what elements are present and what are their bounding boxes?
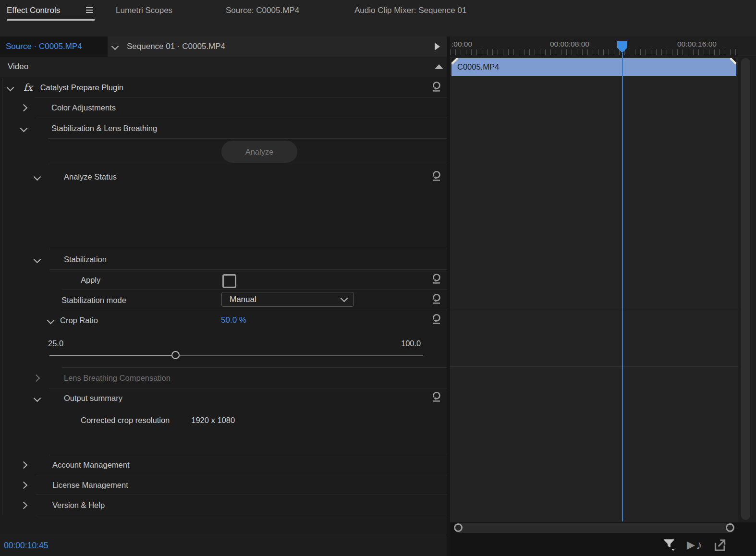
filter-properties-icon[interactable] (663, 538, 676, 552)
video-section-label: Video (8, 62, 28, 72)
row-separator (48, 165, 447, 165)
zoom-scrollbar-right-handle[interactable] (726, 523, 734, 532)
export-icon[interactable] (713, 538, 728, 552)
chevron-right-icon[interactable] (20, 104, 28, 111)
tab-source[interactable]: Source: C0005.MP4 (226, 4, 299, 17)
stabilization-mode-value: Manual (230, 295, 256, 304)
timeline-ruler[interactable]: :00:00 00:00:08:00 00:00:16:00 (450, 36, 756, 57)
slider-max-label: 100.0 (401, 339, 421, 348)
source-clip-selector[interactable]: Source · C0005.MP4 (0, 36, 108, 57)
param-group-version-help[interactable]: Version & Help (0, 496, 447, 515)
clip-end-notch-icon (730, 58, 736, 64)
reset-effect-icon[interactable] (430, 80, 443, 92)
param-group-account-management[interactable]: Account Management (0, 455, 447, 474)
chevron-right-icon[interactable] (33, 374, 40, 382)
slider-track-filled[interactable] (49, 355, 174, 356)
header-play-arrow-icon[interactable] (435, 43, 440, 50)
timeline-area (450, 57, 756, 522)
tab-lumetri-scopes[interactable]: Lumetri Scopes (116, 4, 172, 17)
param-group-label: Lens Breathing Compensation (64, 374, 171, 383)
param-group-license-management[interactable]: License Management (0, 475, 447, 495)
apply-checkbox[interactable] (222, 274, 236, 288)
play-audio-during-edit-icon[interactable]: ▶ ♪ (687, 539, 702, 551)
lane-separator (450, 366, 738, 367)
corrected-crop-value: 1920 x 1080 (191, 416, 235, 425)
param-group-analyze-status[interactable]: Analyze Status (0, 167, 447, 186)
ruler-label: 00:00:08:00 (550, 40, 589, 48)
row-separator (36, 515, 447, 515)
param-group-label: Stabilization & Lens Breathing (51, 124, 157, 133)
reset-parameter-icon[interactable] (430, 272, 443, 284)
clip-header-row: Source · C0005.MP4 Sequence 01 · C0005.M… (0, 36, 447, 57)
reset-parameter-icon[interactable] (430, 390, 443, 402)
panel-tab-bar: Effect Controls Lumetri Scopes Source: C… (0, 0, 756, 36)
param-group-label: Analyze Status (64, 172, 117, 181)
tab-effect-controls[interactable]: Effect Controls (7, 4, 60, 17)
analyze-button-label: Analyze (245, 147, 274, 157)
playhead-line (622, 53, 623, 521)
row-separator (49, 249, 447, 249)
ruler-ticks (450, 49, 738, 55)
row-separator (62, 367, 447, 368)
param-group-output-summary[interactable]: Output summary (0, 388, 447, 408)
param-row-corrected-crop: Corrected crop resolution 1920 x 1080 (0, 411, 447, 430)
param-label: Stabilization mode (61, 296, 126, 305)
ruler-label: 00:00:16:00 (677, 40, 717, 48)
video-section-header[interactable]: Video (0, 57, 447, 77)
param-group-label: Stabilization (64, 255, 107, 264)
panel-footer: 00:00:10:45 (0, 535, 447, 556)
clip-name-label: C0005.MP4 (457, 62, 499, 72)
horizontal-zoom-scrollbar[interactable] (454, 523, 734, 533)
crop-ratio-slider-handle[interactable] (171, 351, 180, 359)
chevron-down-icon[interactable] (20, 124, 28, 132)
row-separator (62, 310, 447, 310)
current-timecode[interactable]: 00:00:10:45 (4, 541, 48, 551)
param-label: Apply (81, 276, 100, 285)
tab-audio-clip-mixer[interactable]: Audio Clip Mixer: Sequence 01 (354, 4, 466, 17)
chevron-right-icon[interactable] (20, 501, 28, 509)
panel-divider[interactable] (447, 36, 450, 556)
clip-start-notch-icon (451, 58, 458, 64)
analyze-button[interactable]: Analyze (221, 141, 297, 163)
row-separator (36, 118, 447, 118)
chevron-down-icon[interactable] (34, 394, 41, 402)
lane-separator (450, 309, 738, 309)
effect-title: Catalyst Prepare Plugin (40, 83, 123, 92)
row-separator (62, 290, 447, 290)
chevron-right-icon[interactable] (20, 461, 28, 469)
param-group-label: License Management (52, 481, 128, 490)
reset-parameter-icon[interactable] (430, 169, 443, 181)
reset-parameter-icon[interactable] (430, 312, 443, 325)
chevron-down-icon (341, 295, 348, 302)
zoom-scrollbar-left-handle[interactable] (454, 523, 463, 532)
param-group-color-adjustments[interactable]: Color Adjustments (0, 98, 447, 117)
active-tab-underline (7, 19, 95, 21)
chevron-down-icon[interactable] (111, 43, 119, 50)
timeline-clip[interactable]: C0005.MP4 (451, 58, 736, 76)
chevron-right-icon[interactable] (20, 481, 28, 489)
slider-track[interactable] (174, 355, 423, 356)
reset-parameter-icon[interactable] (430, 292, 443, 304)
param-group-lens-breathing[interactable]: Lens Breathing Compensation (0, 368, 447, 387)
chevron-down-icon[interactable] (34, 173, 41, 181)
stabilization-mode-dropdown[interactable]: Manual (221, 292, 354, 307)
slider-min-label: 25.0 (48, 339, 63, 348)
chevron-down-icon[interactable] (7, 84, 14, 91)
source-clip-label: Source · C0005.MP4 (6, 42, 82, 51)
tab-lumetri-scopes-label: Lumetri Scopes (116, 6, 172, 15)
param-group-stabilization-lens-breathing[interactable]: Stabilization & Lens Breathing (0, 119, 447, 138)
param-group-stabilization[interactable]: Stabilization (0, 250, 447, 269)
sequence-clip-label: Sequence 01 · C0005.MP4 (127, 36, 225, 57)
chevron-down-icon[interactable] (47, 316, 55, 324)
param-group-label: Account Management (52, 460, 130, 470)
chevron-down-icon[interactable] (34, 255, 41, 263)
collapse-section-icon[interactable] (435, 64, 443, 69)
row-separator (36, 495, 447, 495)
param-label: Crop Ratio (60, 316, 98, 325)
panel-menu-icon[interactable] (86, 7, 93, 8)
premiere-effect-controls-panel: { "tabs": { "effect_controls": "Effect C… (0, 0, 756, 556)
vertical-scrollbar[interactable] (741, 58, 750, 520)
row-separator (35, 97, 447, 97)
effect-row-catalyst-prepare[interactable]: fx Catalyst Prepare Plugin (0, 78, 447, 97)
crop-ratio-value[interactable]: 50.0 % (221, 315, 246, 325)
